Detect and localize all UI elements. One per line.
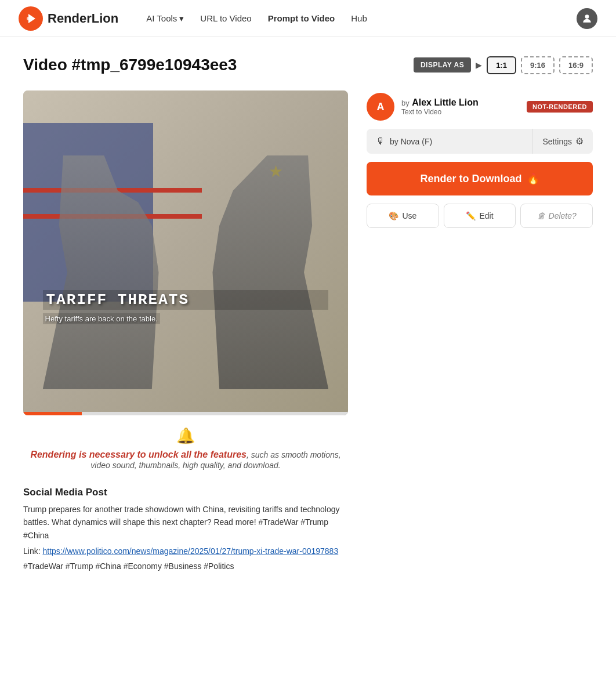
display-as-arrow: ▶ — [476, 60, 482, 70]
render-btn-label: Render to Download — [421, 173, 522, 185]
render-to-download-button[interactable]: Render to Download 🔥 — [367, 162, 593, 195]
user-avatar[interactable] — [577, 8, 597, 29]
logo-text: RenderLion — [48, 11, 118, 26]
voice-section[interactable]: 🎙 by Nova (F) — [367, 129, 532, 154]
fire-icon: 🔥 — [527, 172, 539, 185]
logo-icon — [19, 6, 43, 31]
logo-svg — [24, 12, 38, 26]
settings-label: Settings — [542, 137, 572, 146]
notification-area: 🔔 Rendering is necessary to unlock all t… — [23, 427, 348, 470]
social-link[interactable]: https://www.politico.com/news/magazine/2… — [42, 546, 338, 556]
author-avatar: A — [367, 93, 394, 121]
author-type: Text to Video — [401, 108, 520, 116]
settings-section[interactable]: Settings ⚙ — [532, 129, 593, 154]
author-by-name: by Alex Little Lion — [401, 97, 520, 108]
nav-hub[interactable]: Hub — [351, 13, 367, 23]
video-progress-bar — [23, 412, 348, 415]
display-as-label: DISPLAY AS — [414, 57, 471, 73]
page-title-row: Video #tmp_6799e10943ee3 DISPLAY AS ▶ 1:… — [23, 56, 593, 74]
author-info: by Alex Little Lion Text to Video — [401, 97, 520, 116]
content-grid: ★ TARIFF THREATS Hefty tariffs are back … — [23, 90, 593, 571]
use-label: Use — [402, 211, 416, 220]
display-as-row: DISPLAY AS ▶ 1:1 9:16 16:9 — [414, 56, 593, 74]
video-progress-fill — [23, 412, 82, 415]
social-post-section: Social Media Post Trump prepares for ano… — [23, 487, 348, 571]
use-button[interactable]: 🎨 Use — [367, 204, 439, 228]
voice-label: by Nova (F) — [390, 137, 432, 146]
aspect-9-16-button[interactable]: 9:16 — [521, 56, 555, 74]
mic-icon: 🎙 — [376, 136, 385, 147]
right-panel: A by Alex Little Lion Text to Video NOT-… — [367, 93, 593, 228]
main-container: Video #tmp_6799e10943ee3 DISPLAY AS ▶ 1:… — [0, 37, 616, 589]
author-row: A by Alex Little Lion Text to Video NOT-… — [367, 93, 593, 121]
people-silhouettes — [23, 155, 348, 389]
trash-icon: 🗑 — [537, 211, 545, 220]
nav-ai-tools[interactable]: AI Tools ▾ — [146, 13, 184, 24]
video-preview-wrapper: ★ TARIFF THREATS Hefty tariffs are back … — [23, 90, 348, 415]
nav-prompt-to-video[interactable]: Prompt to Video — [268, 13, 335, 23]
silhouette-left — [43, 155, 179, 389]
edit-button[interactable]: ✏️ Edit — [444, 204, 516, 228]
nav-url-to-video[interactable]: URL to Video — [200, 13, 251, 23]
social-post-text: Trump prepares for another trade showdow… — [23, 503, 348, 542]
page-title: Video #tmp_6799e10943ee3 — [23, 56, 237, 74]
navigation: RenderLion AI Tools ▾ URL to Video Promp… — [0, 0, 616, 37]
edit-label: Edit — [479, 211, 493, 220]
link-label: Link: https://www.politico.com/news/maga… — [23, 546, 348, 556]
render-notice: Rendering is necessary to unlock all the… — [29, 450, 342, 470]
action-row: 🎨 Use ✏️ Edit 🗑 Delete? — [367, 204, 593, 228]
aspect-16-9-button[interactable]: 16:9 — [559, 56, 593, 74]
logo[interactable]: RenderLion — [19, 6, 118, 31]
svg-point-2 — [585, 15, 589, 19]
aspect-1-1-button[interactable]: 1:1 — [487, 56, 516, 74]
video-text-overlay: TARIFF THREATS Hefty tariffs are back on… — [43, 290, 329, 324]
nav-links: AI Tools ▾ URL to Video Prompt to Video … — [146, 13, 577, 24]
video-subtext: Hefty tariffs are back on the table. — [43, 313, 160, 324]
edit-icon: ✏️ — [466, 211, 476, 220]
hashtags: #TradeWar #Trump #China #Economy #Busine… — [23, 562, 348, 571]
voice-settings-row: 🎙 by Nova (F) Settings ⚙ — [367, 129, 593, 154]
video-preview: ★ TARIFF THREATS Hefty tariffs are back … — [23, 90, 348, 415]
delete-button[interactable]: 🗑 Delete? — [520, 204, 593, 228]
gear-icon: ⚙ — [575, 136, 584, 147]
video-inner: ★ TARIFF THREATS Hefty tariffs are back … — [23, 90, 348, 415]
not-rendered-badge: NOT-RENDERED — [527, 101, 593, 113]
user-icon — [581, 13, 593, 24]
delete-label: Delete? — [549, 211, 577, 220]
video-headline: TARIFF THREATS — [43, 290, 329, 310]
left-panel: ★ TARIFF THREATS Hefty tariffs are back … — [23, 90, 348, 571]
social-post-title: Social Media Post — [23, 487, 348, 498]
svg-point-1 — [27, 17, 30, 20]
palette-icon: 🎨 — [389, 211, 398, 220]
silhouette-right — [192, 155, 328, 389]
chevron-down-icon: ▾ — [179, 13, 184, 24]
bell-icon: 🔔 — [29, 427, 342, 445]
render-notice-bold: Rendering is necessary to unlock all the… — [30, 450, 247, 459]
